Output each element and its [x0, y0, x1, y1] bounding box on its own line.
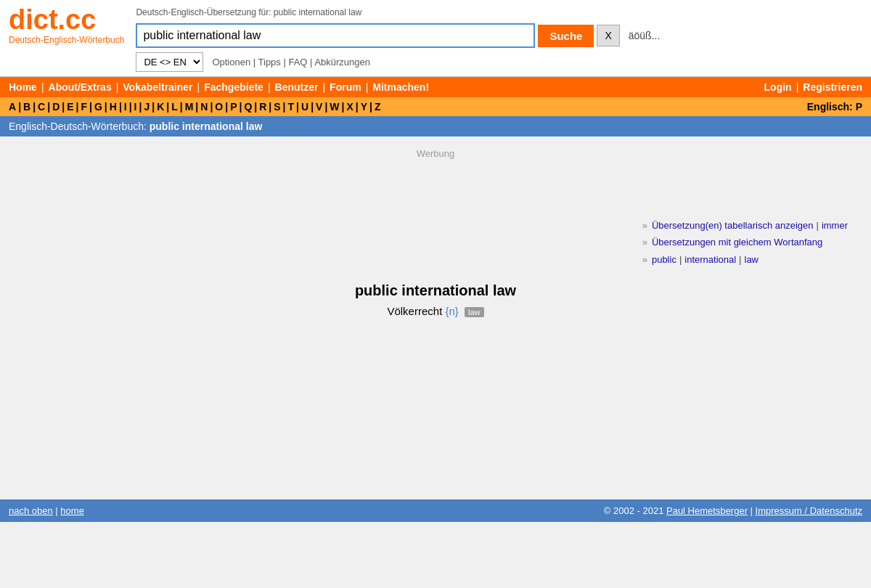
copyright-text: © 2002 - 2021	[604, 505, 666, 516]
footer-right: © 2002 - 2021 Paul Hemetsberger | Impres…	[604, 505, 862, 516]
nach-oben-link[interactable]: nach oben	[9, 505, 53, 516]
alpha-V[interactable]: V	[316, 101, 322, 113]
alpha-P[interactable]: P	[230, 101, 237, 113]
nav-bar: Home | About/Extras | Vokabeltrainer | F…	[0, 77, 871, 97]
alpha-H[interactable]: H	[110, 101, 117, 113]
always-link[interactable]: immer	[822, 217, 848, 234]
advertisement-label: Werbung	[9, 148, 862, 159]
breadcrumb-bar: Englisch-Deutsch-Wörterbuch: public inte…	[0, 116, 871, 136]
alpha-D[interactable]: D	[52, 101, 60, 113]
nav-about[interactable]: About/Extras	[49, 81, 112, 93]
alpha-N[interactable]: N	[200, 101, 208, 113]
options-links: Optionen | Tipps | FAQ | Abkürzungen	[212, 57, 370, 68]
footer-left: nach oben | home	[9, 505, 84, 516]
faq-link[interactable]: FAQ	[288, 57, 307, 68]
nav-home[interactable]: Home	[9, 81, 37, 93]
alpha-Z[interactable]: Z	[375, 101, 381, 113]
german-word: Völkerrecht	[387, 305, 442, 317]
alpha-C[interactable]: C	[38, 101, 45, 113]
footer: nach oben | home © 2002 - 2021 Paul Heme…	[0, 499, 871, 522]
search-input[interactable]	[136, 23, 535, 48]
alpha-current: Englisch: P	[807, 101, 862, 113]
same-start-link[interactable]: Übersetzungen mit gleichem Wortanfang	[652, 234, 822, 250]
language-select[interactable]: DE <> EN	[136, 52, 203, 72]
table-view-link[interactable]: Übersetzung(en) tabellarisch anzeigen	[652, 217, 814, 234]
alpha-B[interactable]: B	[23, 101, 30, 113]
search-button[interactable]: Suche	[538, 25, 594, 47]
alpha-I2[interactable]: I	[134, 101, 137, 113]
options-link[interactable]: Optionen	[212, 57, 250, 68]
breadcrumb-term: public international law	[150, 121, 263, 132]
alpha-A[interactable]: A	[9, 101, 16, 113]
gender-tag: {n}	[445, 305, 458, 317]
alpha-W[interactable]: W	[330, 101, 339, 113]
alpha-J[interactable]: J	[144, 101, 150, 113]
alpha-F[interactable]: F	[81, 101, 87, 113]
alpha-R[interactable]: R	[259, 101, 266, 113]
abkuerzungen-link[interactable]: Abkürzungen	[314, 57, 370, 68]
law-link[interactable]: law	[745, 251, 759, 268]
public-link[interactable]: public	[652, 251, 676, 268]
alpha-Y[interactable]: Y	[361, 101, 367, 113]
international-link[interactable]: international	[684, 251, 736, 268]
alpha-G[interactable]: G	[94, 101, 102, 113]
special-chars: äöüß...	[629, 30, 661, 41]
alpha-Q[interactable]: Q	[244, 101, 252, 113]
alpha-U[interactable]: U	[301, 101, 308, 113]
results-links: » Übersetzung(en) tabellarisch anzeigen …	[642, 217, 848, 268]
alpha-E[interactable]: E	[67, 101, 73, 113]
nav-benutzer[interactable]: Benutzer	[275, 81, 319, 93]
nav-vokabeltrainer[interactable]: Vokabeltrainer	[123, 81, 192, 93]
nav-forum[interactable]: Forum	[330, 81, 361, 93]
home-link[interactable]: home	[60, 505, 84, 516]
nav-mitmachen[interactable]: Mitmachen!	[372, 81, 429, 93]
alpha-X[interactable]: X	[346, 101, 353, 113]
alpha-K[interactable]: K	[157, 101, 164, 113]
impressum-link[interactable]: Impressum / Datenschutz	[756, 505, 862, 516]
nav-login[interactable]: Login	[764, 81, 792, 93]
logo-subtitle: Deutsch-Englisch-Wörterbuch	[9, 35, 124, 45]
nav-fachgebiete[interactable]: Fachgebiete	[204, 81, 263, 93]
alpha-I1[interactable]: I	[124, 101, 127, 113]
nav-registrieren[interactable]: Registrieren	[803, 81, 862, 93]
author-link[interactable]: Paul Hemetsberger	[666, 505, 748, 516]
alpha-L[interactable]: L	[171, 101, 178, 113]
page-subtitle: Deutsch-Englisch-Übersetzung für: public…	[136, 7, 862, 17]
logo: dict.cc Deutsch-Englisch-Wörterbuch	[9, 6, 124, 45]
clear-button[interactable]: X	[597, 25, 619, 46]
subject-tag: law	[465, 307, 484, 317]
alpha-T[interactable]: T	[288, 101, 295, 113]
alpha-S[interactable]: S	[274, 101, 280, 113]
alpha-bar: A| B| C| D| E| F| G| H| I| I| J| K| L| M…	[0, 97, 871, 116]
tipps-link[interactable]: Tipps	[258, 57, 281, 68]
alpha-O[interactable]: O	[215, 101, 223, 113]
alpha-M[interactable]: M	[185, 101, 194, 113]
english-term: public international law	[9, 282, 862, 299]
breadcrumb-static: Englisch-Deutsch-Wörterbuch:	[9, 121, 150, 132]
logo-text: dict.cc	[9, 6, 124, 33]
